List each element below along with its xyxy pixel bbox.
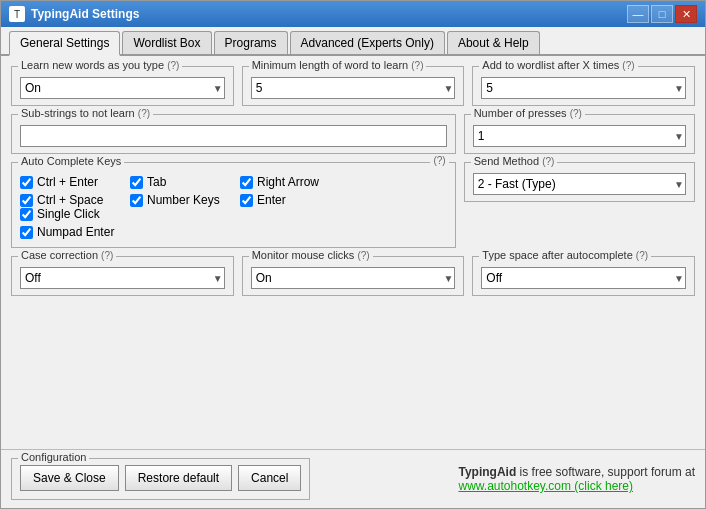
- num-presses-select[interactable]: 1 2 3: [473, 125, 686, 147]
- send-method-select[interactable]: 1 - Slow (Send) 2 - Fast (Type) 3 - Clip…: [473, 173, 686, 195]
- send-method-group: Send Method (?) 1 - Slow (Send) 2 - Fast…: [464, 162, 695, 202]
- tab-about[interactable]: About & Help: [447, 31, 540, 54]
- restore-default-button[interactable]: Restore default: [125, 465, 232, 491]
- checkbox-col-4: Single Click Numpad Enter: [20, 207, 130, 239]
- add-wordlist-group: Add to wordlist after X times (?) 5 ▼: [472, 66, 695, 106]
- app-icon: T: [9, 6, 25, 22]
- bottom-bar: Configuration Save & Close Restore defau…: [1, 449, 705, 508]
- spacer: [11, 304, 695, 439]
- autocomplete-keys-group: Auto Complete Keys (?) Ctrl + Enter Ctrl…: [11, 162, 456, 248]
- checkbox-col-2: Tab Number Keys: [130, 175, 240, 207]
- title-controls: — □ ✕: [627, 5, 697, 23]
- add-wordlist-select[interactable]: 5: [481, 77, 686, 99]
- checkbox-number-keys[interactable]: Number Keys: [130, 193, 240, 207]
- single-click-checkbox[interactable]: [20, 208, 33, 221]
- row-1: Learn new words as you type (?) On Off ▼…: [11, 66, 695, 106]
- row-4: Case correction (?) Off On ▼ Monitor mou…: [11, 256, 695, 296]
- row-2: Sub-strings to not learn (?) Number of p…: [11, 114, 695, 154]
- type-space-select[interactable]: Off On: [481, 267, 686, 289]
- case-correction-select[interactable]: Off On: [20, 267, 225, 289]
- learn-words-group: Learn new words as you type (?) On Off ▼: [11, 66, 234, 106]
- type-space-label: Type space after autocomplete (?): [479, 249, 651, 261]
- checkbox-right-arrow[interactable]: Right Arrow: [240, 175, 350, 189]
- config-label: Configuration: [18, 451, 89, 463]
- num-presses-label: Number of presses (?): [471, 107, 585, 119]
- footer-info: TypingAid is free software, support foru…: [458, 465, 695, 493]
- checkboxes-container: Ctrl + Enter Ctrl + Space Tab: [20, 175, 447, 239]
- window-title: TypingAid Settings: [31, 7, 139, 21]
- tab-advanced[interactable]: Advanced (Experts Only): [290, 31, 445, 54]
- send-method-label: Send Method (?): [471, 155, 558, 167]
- add-wordlist-select-wrap: 5 ▼: [481, 77, 686, 99]
- ctrl-space-checkbox[interactable]: [20, 194, 33, 207]
- autocomplete-help-text: (?): [430, 155, 448, 166]
- maximize-button[interactable]: □: [651, 5, 673, 23]
- main-window: T TypingAid Settings — □ ✕ General Setti…: [0, 0, 706, 509]
- save-close-button[interactable]: Save & Close: [20, 465, 119, 491]
- checkbox-numpad-enter[interactable]: Numpad Enter: [20, 225, 130, 239]
- main-content: Learn new words as you type (?) On Off ▼…: [1, 56, 705, 449]
- config-box: Configuration Save & Close Restore defau…: [11, 458, 310, 500]
- min-length-select-wrap: 5 ▼: [251, 77, 456, 99]
- close-button[interactable]: ✕: [675, 5, 697, 23]
- checkbox-tab[interactable]: Tab: [130, 175, 240, 189]
- autocomplete-keys-label: Auto Complete Keys: [18, 155, 124, 167]
- num-presses-select-wrap: 1 2 3 ▼: [473, 125, 686, 147]
- tab-checkbox[interactable]: [130, 176, 143, 189]
- monitor-mouse-label: Monitor mouse clicks (?): [249, 249, 373, 261]
- cancel-button[interactable]: Cancel: [238, 465, 301, 491]
- number-keys-checkbox[interactable]: [130, 194, 143, 207]
- monitor-mouse-group: Monitor mouse clicks (?) On Off ▼: [242, 256, 465, 296]
- min-length-label: Minimum length of word to learn (?): [249, 59, 427, 71]
- ctrl-enter-checkbox[interactable]: [20, 176, 33, 189]
- monitor-mouse-select[interactable]: On Off: [251, 267, 456, 289]
- learn-words-select[interactable]: On Off: [20, 77, 225, 99]
- right-arrow-checkbox[interactable]: [240, 176, 253, 189]
- checkbox-ctrl-enter[interactable]: Ctrl + Enter: [20, 175, 130, 189]
- footer-link[interactable]: www.autohotkey.com (click here): [458, 479, 633, 493]
- checkbox-ctrl-space[interactable]: Ctrl + Space: [20, 193, 130, 207]
- checkbox-col-3: Right Arrow Enter: [240, 175, 350, 207]
- case-correction-group: Case correction (?) Off On ▼: [11, 256, 234, 296]
- type-space-group: Type space after autocomplete (?) Off On…: [472, 256, 695, 296]
- enter-checkbox[interactable]: [240, 194, 253, 207]
- substrings-label: Sub-strings to not learn (?): [18, 107, 153, 119]
- tab-bar: General Settings Wordlist Box Programs A…: [1, 27, 705, 56]
- title-bar-left: T TypingAid Settings: [9, 6, 139, 22]
- type-space-select-wrap: Off On ▼: [481, 267, 686, 289]
- tab-general[interactable]: General Settings: [9, 31, 120, 56]
- num-presses-group: Number of presses (?) 1 2 3 ▼: [464, 114, 695, 154]
- learn-words-select-wrap: On Off ▼: [20, 77, 225, 99]
- substrings-group: Sub-strings to not learn (?): [11, 114, 456, 154]
- row-3: Auto Complete Keys (?) Ctrl + Enter Ctrl…: [11, 162, 695, 248]
- minimize-button[interactable]: —: [627, 5, 649, 23]
- checkbox-col-1: Ctrl + Enter Ctrl + Space: [20, 175, 130, 207]
- checkbox-enter[interactable]: Enter: [240, 193, 350, 207]
- min-length-select[interactable]: 5: [251, 77, 456, 99]
- substrings-input[interactable]: [20, 125, 447, 147]
- numpad-enter-checkbox[interactable]: [20, 226, 33, 239]
- case-correction-select-wrap: Off On ▼: [20, 267, 225, 289]
- learn-words-label: Learn new words as you type (?): [18, 59, 182, 71]
- monitor-mouse-select-wrap: On Off ▼: [251, 267, 456, 289]
- footer-brand: TypingAid is free software, support foru…: [458, 465, 695, 479]
- checkbox-single-click[interactable]: Single Click: [20, 207, 130, 221]
- case-correction-label: Case correction (?): [18, 249, 116, 261]
- tab-wordlist[interactable]: Wordlist Box: [122, 31, 211, 54]
- min-length-group: Minimum length of word to learn (?) 5 ▼: [242, 66, 465, 106]
- tab-programs[interactable]: Programs: [214, 31, 288, 54]
- add-wordlist-label: Add to wordlist after X times (?): [479, 59, 637, 71]
- title-bar: T TypingAid Settings — □ ✕: [1, 1, 705, 27]
- send-method-select-wrap: 1 - Slow (Send) 2 - Fast (Type) 3 - Clip…: [473, 173, 686, 195]
